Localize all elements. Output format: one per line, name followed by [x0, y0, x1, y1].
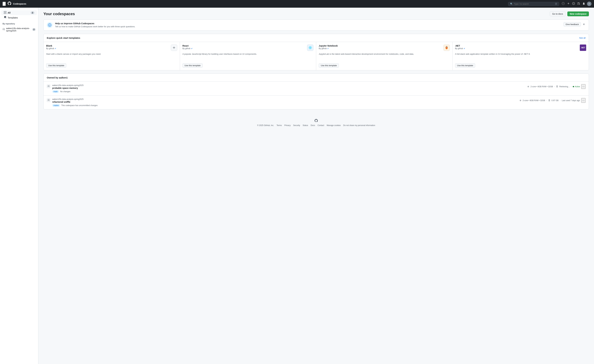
- page-title: Your codespaces: [43, 12, 75, 16]
- footer-manage-cookies[interactable]: Manage cookies: [327, 124, 341, 126]
- storage-1: Retrieving...: [559, 85, 570, 88]
- app-title: Codespaces: [13, 3, 26, 5]
- svg-point-8: [447, 48, 448, 48]
- copilot-button[interactable]: [561, 1, 565, 6]
- codespace-info-2: aaiken1/fin-data-analysis-spring2025 ref…: [52, 98, 518, 107]
- separator-1: •: [554, 85, 555, 88]
- codespace-name-1[interactable]: probable space memory: [52, 87, 526, 89]
- template-blank-name: Blank: [46, 45, 56, 47]
- verified-icon: ✔: [55, 47, 56, 50]
- verified-icon-jupyter: ✔: [327, 47, 329, 50]
- owned-header: Owned by aaiken1: [44, 74, 589, 82]
- templates-section: Explore quick start templates See all Bl…: [43, 34, 589, 70]
- template-react-author: By github ✔: [182, 47, 193, 50]
- new-codespace-button[interactable]: New codespace: [567, 12, 589, 16]
- feedback-banner: Help us improve GitHub Codespaces Tell u…: [43, 20, 589, 31]
- search-input[interactable]: [514, 3, 554, 5]
- go-to-docs-button[interactable]: Go to docs: [550, 12, 565, 16]
- footer-privacy[interactable]: Privacy: [284, 124, 291, 126]
- footer-docs[interactable]: Docs: [310, 124, 315, 126]
- templates-icon: [4, 16, 6, 19]
- feedback-title: Help us improve GitHub Codespaces: [55, 22, 561, 25]
- footer-status[interactable]: Status: [303, 124, 308, 126]
- status-active-1: Active: [573, 85, 580, 88]
- template-dotnet-name: .NET: [455, 45, 465, 47]
- verified-icon-react: ✔: [191, 47, 193, 50]
- svg-point-7: [445, 48, 446, 48]
- cpu-icon-2: ⚙: [520, 99, 521, 102]
- templates-label: Templates: [8, 16, 34, 19]
- branch-tag-1: main: [52, 90, 59, 93]
- template-card-blank: Blank By github ✔ Start with a blank can…: [44, 42, 180, 70]
- give-feedback-button[interactable]: Give feedback: [563, 22, 581, 26]
- svg-point-6: [446, 46, 447, 46]
- sidebar-repo-item[interactable]: aaiken1/fin-data-analysis-spring2025 2: [0, 26, 38, 33]
- template-dotnet-author: By github ✔: [455, 47, 465, 50]
- footer-copyright: © 2025 GitHub, Inc.: [257, 124, 274, 126]
- feedback-actions: Give feedback ✕: [563, 22, 586, 26]
- plus-button[interactable]: [567, 2, 570, 6]
- avatar[interactable]: A: [587, 2, 591, 6]
- cpu-icon-1: ⚙: [527, 85, 529, 88]
- template-cards: Blank By github ✔ Start with a blank can…: [44, 42, 589, 70]
- issues-button[interactable]: [572, 2, 575, 6]
- storage-icon-2: 🗄: [548, 99, 550, 102]
- footer-terms[interactable]: Terms: [277, 124, 282, 126]
- codespace-info-1: aaiken1/fin-data-analysis-spring2025 pro…: [52, 84, 526, 93]
- template-jupyter-name: Jupyter Notebook: [319, 45, 338, 47]
- github-logo[interactable]: [8, 2, 11, 6]
- notifications-button[interactable]: [582, 2, 586, 6]
- jupyter-icon: [443, 45, 450, 51]
- storage-icon-1: 🗄: [556, 85, 558, 88]
- codespace-name-2[interactable]: refactored sniffle: [52, 101, 518, 103]
- verified-icon-dotnet: ✔: [464, 47, 465, 50]
- sidebar-item-templates[interactable]: Templates: [1, 15, 37, 20]
- blank-icon: [171, 45, 177, 51]
- navbar: ☰ Codespaces 🔍 / A: [0, 0, 594, 8]
- codespace-branch-row-2: maine This codespace has uncommitted cha…: [52, 104, 518, 107]
- navbar-actions: A: [561, 1, 591, 6]
- main-content: Your codespaces Go to docs New codespace…: [38, 8, 594, 364]
- use-blank-template-button[interactable]: Use this template: [46, 63, 66, 68]
- template-dotnet-desc: A full-stack web application template wr…: [455, 52, 586, 61]
- by-repository-label: By repository: [0, 21, 38, 26]
- use-react-template-button[interactable]: Use this template: [182, 63, 203, 68]
- sidebar-item-all[interactable]: All 2: [1, 10, 37, 15]
- template-card-jupyter: Jupyter Notebook By github ✔: [316, 42, 452, 70]
- use-jupyter-template-button[interactable]: Use this template: [319, 63, 339, 68]
- owned-title: Owned by aaiken1: [47, 76, 68, 79]
- footer-contact[interactable]: Contact: [317, 124, 324, 126]
- template-react-name: React: [182, 45, 193, 47]
- close-banner-button[interactable]: ✕: [582, 22, 586, 26]
- see-all-link[interactable]: See all: [579, 37, 586, 39]
- template-react-desc: A popular JavaScript library for buildin…: [182, 52, 314, 61]
- all-label: All: [8, 12, 29, 14]
- template-card-dotnet-header: .NET By github ✔ .NET: [455, 45, 586, 51]
- separator-4: •: [560, 99, 560, 102]
- search-bar[interactable]: 🔍 /: [508, 2, 559, 6]
- codespace-meta-2: ⚙ 2-core • 8GB RAM • 32GB • 🗄 0.97 GB • …: [520, 98, 586, 103]
- search-icon: 🔍: [510, 3, 513, 5]
- footer-security[interactable]: Security: [293, 124, 300, 126]
- codespace-row-2: aaiken1/fin-data-analysis-spring2025 ref…: [44, 96, 589, 109]
- codespace-note-2: This codespace has uncommitted changes: [61, 104, 98, 107]
- header-actions: Go to docs New codespace: [550, 12, 589, 16]
- use-dotnet-template-button[interactable]: Use this template: [455, 63, 475, 68]
- pull-requests-button[interactable]: [577, 2, 580, 6]
- footer-links: © 2025 GitHub, Inc. Terms Privacy Securi…: [48, 124, 584, 126]
- codespace-branch-row-1: main No changes: [52, 90, 526, 93]
- codespace-row: aaiken1/fin-data-analysis-spring2025 pro…: [44, 82, 589, 96]
- codespace-meta-1: ⚙ 2-core • 8GB RAM • 32GB • 🗄 Retrieving…: [527, 84, 586, 89]
- template-blank-desc: Start with a blank canvas or import any …: [46, 52, 177, 61]
- codespace-note-1: No changes: [60, 91, 70, 93]
- branch-tag-2: maine: [52, 104, 60, 107]
- footer: © 2025 GitHub, Inc. Terms Privacy Securi…: [43, 113, 589, 130]
- hamburger-button[interactable]: ☰: [3, 2, 6, 6]
- sidebar: All 2 Templates By repository aaiken1/fi…: [0, 8, 38, 364]
- codespace-more-button-2[interactable]: ···: [581, 98, 586, 103]
- codespace-more-button-1[interactable]: ···: [581, 84, 586, 89]
- footer-do-not-share[interactable]: Do not share my personal information: [343, 124, 375, 126]
- codespace-repo-icon-1: [47, 84, 50, 88]
- codespace-repo-2: aaiken1/fin-data-analysis-spring2025: [52, 98, 518, 100]
- footer-logo: [48, 119, 584, 123]
